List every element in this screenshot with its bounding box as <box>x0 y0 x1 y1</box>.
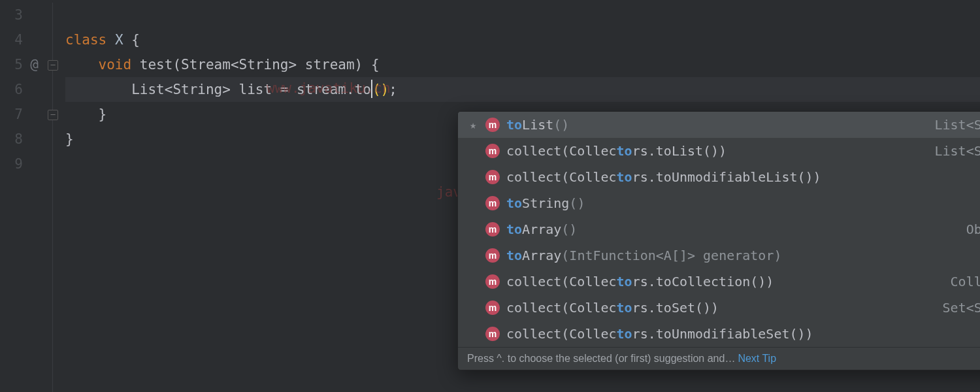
code-line[interactable]: void test(Stream<String> stream) { <box>65 52 980 77</box>
line-number: 4 <box>0 27 23 52</box>
code-area[interactable]: class X { void test(Stream<String> strea… <box>65 0 980 392</box>
method-icon: m <box>485 144 500 158</box>
line-number: 9 <box>0 152 23 176</box>
completion-item[interactable]: ★mtoList()List<String> <box>458 112 980 138</box>
completion-return-type: List<String> <box>935 117 981 133</box>
completion-signature: toList() <box>506 117 922 133</box>
completion-signature: collect(Collectors.toSet()) <box>506 300 930 316</box>
method-icon: m <box>485 274 500 289</box>
completion-signature: collect(Collectors.toUnmodifiableSet()) <box>506 326 977 342</box>
code-editor[interactable]: 3 4 5 6 7 8 9 @ – – class X { void test(… <box>0 0 980 392</box>
line-number: 5 <box>0 52 23 77</box>
completion-signature: toArray(IntFunction<A[]> generator) <box>506 248 980 263</box>
completion-footer: Press ^. to choose the selected (or firs… <box>458 347 980 370</box>
star-icon: ★ <box>467 118 479 131</box>
method-icon: m <box>485 327 500 341</box>
completion-signature: toArray() <box>506 221 953 237</box>
line-number: 7 <box>0 102 23 127</box>
gutter: 3 4 5 6 7 8 9 @ – – <box>0 0 65 392</box>
completion-return-type: List<String> <box>935 143 981 159</box>
method-icon: m <box>485 222 500 237</box>
footer-hint: Press ^. to choose the selected (or firs… <box>467 353 735 365</box>
method-icon: m <box>485 170 500 184</box>
fold-toggle-icon[interactable]: – <box>48 60 58 71</box>
line-numbers: 3 4 5 6 7 8 9 <box>0 3 23 392</box>
completion-return-type: Set<String> <box>943 300 980 316</box>
code-line[interactable]: class X { <box>65 27 980 52</box>
fold-toggle-icon[interactable]: – <box>48 110 58 120</box>
method-icon: m <box>485 196 500 210</box>
completion-signature: toString() <box>506 195 969 211</box>
method-icon: m <box>485 118 500 132</box>
fold-column: – – <box>46 3 65 392</box>
next-tip-link[interactable]: Next Tip <box>738 353 776 365</box>
code-line-active[interactable]: List<String> list = stream.to(); <box>65 77 980 102</box>
line-number: 6 <box>0 77 23 102</box>
completion-signature: collect(Collectors.toUnmodifiableList()) <box>506 169 980 185</box>
completion-item[interactable]: mcollect(Collectors.toList())List<String… <box>458 138 980 164</box>
completion-item[interactable]: mcollect(Collectors.toUnmodifiableList()… <box>458 164 980 190</box>
annotation-column: @ <box>23 3 46 392</box>
completion-signature: collect(Collectors.toList()) <box>506 143 922 159</box>
line-number: 8 <box>0 127 23 152</box>
completion-item[interactable]: mtoArray()Object[] <box>458 216 980 242</box>
completion-item[interactable]: mcollect(Collectors.toCollection())Colle… <box>458 269 980 295</box>
method-icon: m <box>485 301 500 315</box>
override-annotation-icon[interactable]: @ <box>23 52 46 77</box>
completion-popup[interactable]: ★mtoList()List<String>mcollect(Collector… <box>457 111 980 370</box>
completion-signature: collect(Collectors.toCollection()) <box>506 274 938 289</box>
completion-return-type: Collectio… <box>951 274 980 289</box>
completion-return-type: Object[] <box>966 221 980 237</box>
line-number: 3 <box>0 3 23 27</box>
method-icon: m <box>485 248 500 263</box>
completion-item[interactable]: mtoString()String <box>458 190 980 216</box>
completion-item[interactable]: mtoArray(IntFunction<A[]> generator)A[] <box>458 242 980 269</box>
completion-item[interactable]: mcollect(Collectors.toUnmodifiableSet())… <box>458 321 980 347</box>
completion-item[interactable]: mcollect(Collectors.toSet())Set<String> <box>458 295 980 321</box>
